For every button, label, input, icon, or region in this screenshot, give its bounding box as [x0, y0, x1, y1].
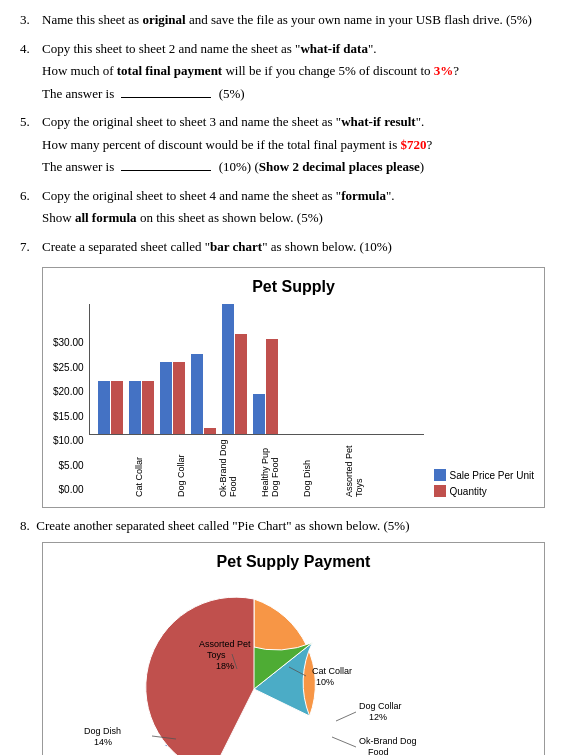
- y-label-3: $20.00: [53, 386, 84, 397]
- bar-chart-area: $30.00 $25.00 $20.00 $15.00 $10.00 $5.00…: [53, 304, 534, 497]
- pie-label-dogdish: Dog Dish: [84, 726, 121, 736]
- x-label-cat: Cat Collar: [134, 437, 170, 497]
- x-label-okbrand: Ok-Brand Dog Food: [218, 437, 254, 497]
- pie-pct-dog-collar: 12%: [369, 712, 387, 722]
- instruction-4: 4. Copy this sheet to sheet 2 and name t…: [20, 39, 545, 107]
- bar-blue-dogdish: [222, 304, 234, 434]
- bar-blue-cat-collar: [98, 381, 110, 434]
- bars-section: Cat Collar Dog Collar Ok-Brand Dog Food …: [89, 304, 424, 497]
- legend-blue: Sale Price Per Unit: [434, 469, 534, 481]
- pie-pct-assorted: 18%: [216, 661, 234, 671]
- pie-chart-area: Cat Collar 10% Dog Collar 12% Ok-Brand D…: [53, 579, 534, 755]
- bar-blue-dog-collar: [129, 381, 141, 434]
- instruction-8: 8. Create another separated sheet called…: [20, 518, 545, 534]
- bar-chart-title: Pet Supply: [53, 278, 534, 296]
- bar-group-cat-collar: [98, 381, 123, 434]
- bar-group-healthypup: [191, 354, 216, 434]
- instruction-6: 6. Copy the original sheet to sheet 4 an…: [20, 186, 545, 231]
- x-label-dog: Dog Collar: [176, 437, 212, 497]
- pie-label-assorted2: Toys: [207, 650, 226, 660]
- legend-red-label: Quantity: [450, 486, 487, 497]
- bar-red-cat-collar: [111, 381, 123, 434]
- x-label-healthypup: Healthy Pup Dog Food: [260, 437, 296, 497]
- x-label-dogdish: Dog Dish: [302, 437, 338, 497]
- bar-group-dogdish: [222, 304, 247, 434]
- y-label-2: $25.00: [53, 362, 84, 373]
- y-label-4: $15.00: [53, 411, 84, 422]
- y-label-7: $0.00: [53, 484, 84, 495]
- pie-pct-cat-collar: 10%: [316, 677, 334, 687]
- legend-blue-box: [434, 469, 446, 481]
- bars-wrapper: [89, 304, 424, 435]
- instruction-3: 3. Name this sheet as original and save …: [20, 10, 545, 33]
- bar-red-okbrand: [173, 362, 185, 434]
- slice-assorted: [145, 597, 253, 755]
- y-label-5: $10.00: [53, 435, 84, 446]
- instruction-7: 7. Create a separated sheet called "bar …: [20, 237, 545, 260]
- bar-group-dog-collar: [129, 381, 154, 434]
- pie-svg: Cat Collar 10% Dog Collar 12% Ok-Brand D…: [54, 579, 534, 755]
- y-label-6: $5.00: [53, 460, 84, 471]
- y-axis: $30.00 $25.00 $20.00 $15.00 $10.00 $5.00…: [53, 337, 89, 497]
- x-label-assorted: Assorted Pet Toys: [344, 437, 380, 497]
- bar-red-dog-collar: [142, 381, 154, 434]
- leader-okbrand: [332, 737, 356, 747]
- bar-red-healthypup: [204, 428, 216, 434]
- pie-pct-dogdish: 14%: [94, 737, 112, 747]
- bar-blue-assorted: [253, 394, 265, 434]
- bar-red-assorted: [266, 339, 278, 434]
- bar-blue-healthypup: [191, 354, 203, 434]
- pie-chart-title: Pet Supply Payment: [53, 553, 534, 571]
- pie-label-okbrand: Ok-Brand Dog: [359, 736, 417, 746]
- pie-chart-container: Pet Supply Payment Cat Collar 10% Dog Co…: [42, 542, 545, 755]
- bar-group-assorted: [253, 339, 278, 434]
- pie-label-dog-collar: Dog Collar: [359, 701, 402, 711]
- instruction-5: 5. Copy the original sheet to sheet 3 an…: [20, 112, 545, 180]
- pie-label-okbrand2: Food: [368, 747, 389, 755]
- bar-red-dogdish: [235, 334, 247, 434]
- bar-blue-okbrand: [160, 362, 172, 434]
- bar-chart-container: Pet Supply $30.00 $25.00 $20.00 $15.00 $…: [42, 267, 545, 508]
- legend-blue-label: Sale Price Per Unit: [450, 470, 534, 481]
- legend-red-box: [434, 485, 446, 497]
- pie-label-cat-collar: Cat Collar: [312, 666, 352, 676]
- pie-label-assorted: Assorted Pet: [199, 639, 251, 649]
- leader-dog: [336, 712, 356, 721]
- legend-red: Quantity: [434, 485, 534, 497]
- bar-chart-legend: Sale Price Per Unit Quantity: [434, 469, 534, 497]
- bar-group-okbrand: [160, 362, 185, 434]
- y-label-1: $30.00: [53, 337, 84, 348]
- x-labels: Cat Collar Dog Collar Ok-Brand Dog Food …: [131, 437, 424, 497]
